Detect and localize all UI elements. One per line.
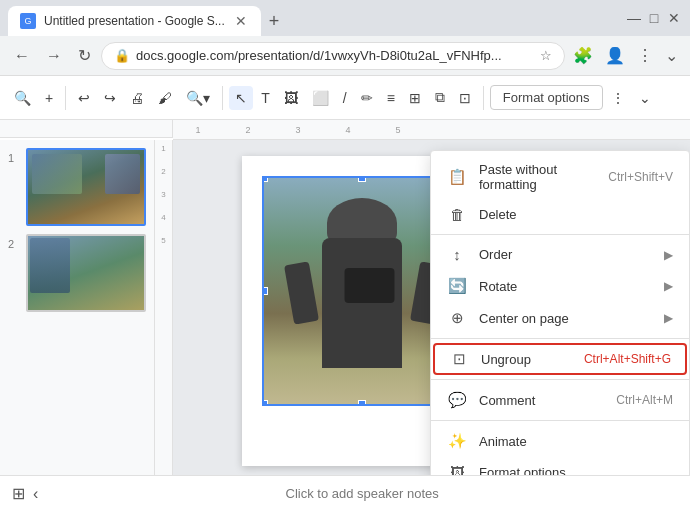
center-label: Center on page (479, 311, 652, 326)
shape-btn[interactable]: ⬜ (306, 86, 335, 110)
paste-label: Paste without formatting (479, 162, 596, 192)
camera (344, 268, 394, 303)
undo-btn[interactable]: ↩ (72, 86, 96, 110)
slide-thumb-1[interactable] (26, 148, 146, 226)
comment-label: Comment (479, 393, 604, 408)
paint-format-btn[interactable]: 🖌 (152, 86, 178, 110)
divider-1 (431, 234, 689, 235)
handle-bottom-left[interactable] (262, 400, 268, 406)
text-btn[interactable]: T (255, 86, 276, 110)
speaker-notes[interactable]: Click to add speaker notes (46, 486, 678, 501)
menu-item-format-options[interactable]: 🖼 Format options (431, 457, 689, 475)
rotate-label: Rotate (479, 279, 652, 294)
replace-btn[interactable]: ⊡ (453, 86, 477, 110)
center-arrow: ▶ (664, 311, 673, 325)
top-ruler: 1 2 3 4 5 (173, 120, 690, 140)
menu-item-paste[interactable]: 📋 Paste without formatting Ctrl+Shift+V (431, 155, 689, 199)
menu-item-comment[interactable]: 💬 Comment Ctrl+Alt+M (431, 384, 689, 416)
crop-btn[interactable]: ⧉ (429, 85, 451, 110)
separator-1 (65, 86, 66, 110)
collapse-btn[interactable]: ⌄ (633, 86, 657, 110)
new-tab-button[interactable]: + (261, 7, 288, 36)
ungroup-icon: ⊡ (449, 350, 469, 368)
bottom-bar: ⊞ ‹ Click to add speaker notes (0, 475, 690, 511)
comment-icon: 💬 (447, 391, 467, 409)
browser-frame: G Untitled presentation - Google S... ✕ … (0, 0, 690, 511)
comment-btn[interactable]: ✏ (355, 86, 379, 110)
menu-item-rotate[interactable]: 🔄 Rotate ▶ (431, 270, 689, 302)
close-button[interactable]: ✕ (666, 10, 682, 26)
active-tab[interactable]: G Untitled presentation - Google S... ✕ (8, 6, 261, 36)
profile-button[interactable]: 👤 (601, 42, 629, 69)
minimize-button[interactable]: — (626, 10, 642, 26)
slide-thumb-2[interactable] (26, 234, 146, 312)
comment-shortcut: Ctrl+Alt+M (616, 393, 673, 407)
handle-left-center[interactable] (262, 287, 268, 295)
slide-item-1[interactable]: 1 (8, 148, 146, 226)
zoom-level-btn[interactable]: 🔍▾ (180, 86, 216, 110)
rotate-icon: 🔄 (447, 277, 467, 295)
slides-toolbar: 🔍 + ↩ ↪ 🖨 🖌 🔍▾ ↖ T 🖼 ⬜ / ✏ ≡ ⊞ ⧉ ⊡ Forma… (0, 76, 690, 120)
ungroup-shortcut: Ctrl+Alt+Shift+G (584, 352, 671, 366)
image-btn[interactable]: 🖼 (278, 86, 304, 110)
align-btn[interactable]: ≡ (381, 86, 401, 110)
expand-button[interactable]: ⌄ (661, 42, 682, 69)
left-ruler: 1 2 3 4 5 (155, 140, 173, 475)
line-btn[interactable]: / (337, 86, 353, 110)
center-icon: ⊕ (447, 309, 467, 327)
add-btn[interactable]: + (39, 86, 59, 110)
order-label: Order (479, 247, 652, 262)
format-options-button[interactable]: Format options (490, 85, 603, 110)
divider-3 (431, 379, 689, 380)
tab-favicon: G (20, 13, 36, 29)
slide-item-2[interactable]: 2 (8, 234, 146, 312)
canvas-section: 1 2 1 2 (0, 140, 690, 475)
cursor-btn[interactable]: ↖ (229, 86, 253, 110)
menu-item-ungroup[interactable]: ⊡ Ungroup Ctrl+Alt+Shift+G (433, 343, 687, 375)
separator-3 (483, 86, 484, 110)
lock-icon: 🔒 (114, 48, 130, 63)
body (322, 238, 402, 368)
extensions-button[interactable]: 🧩 (569, 42, 597, 69)
more-btn[interactable]: ⋮ (605, 86, 631, 110)
thumb-photo-3 (30, 238, 70, 293)
context-menu: 📋 Paste without formatting Ctrl+Shift+V … (430, 150, 690, 475)
slides-panel: 1 2 (0, 140, 155, 475)
slide-number-1: 1 (8, 152, 20, 164)
refresh-button[interactable]: ↻ (72, 42, 97, 69)
address-text: docs.google.com/presentation/d/1vwxyVh-D… (136, 48, 534, 63)
ruler-marks: 1 2 3 4 5 (173, 125, 423, 135)
menu-item-order[interactable]: ↕ Order ▶ (431, 239, 689, 270)
print-btn[interactable]: 🖨 (124, 86, 150, 110)
main-area: 1 2 3 4 5 1 (0, 120, 690, 511)
thumb-photo-2 (105, 154, 140, 194)
format-icon: 🖼 (447, 464, 467, 475)
animate-label: Animate (479, 434, 673, 449)
forward-button[interactable]: → (40, 43, 68, 69)
collapse-panel-btn[interactable]: ‹ (33, 485, 38, 503)
address-bar: ← → ↻ 🔒 docs.google.com/presentation/d/1… (0, 36, 690, 76)
menu-item-center[interactable]: ⊕ Center on page ▶ (431, 302, 689, 334)
handle-top-left[interactable] (262, 176, 268, 182)
menu-item-animate[interactable]: ✨ Animate (431, 425, 689, 457)
canvas-area[interactable]: 📋 Paste without formatting Ctrl+Shift+V … (173, 140, 690, 475)
window-controls: — □ ✕ (626, 10, 682, 26)
maximize-button[interactable]: □ (646, 10, 662, 26)
menu-button[interactable]: ⋮ (633, 42, 657, 69)
tab-close-button[interactable]: ✕ (233, 11, 249, 31)
divider-2 (431, 338, 689, 339)
handle-bottom-center[interactable] (358, 400, 366, 406)
paste-icon: 📋 (447, 168, 467, 186)
redo-btn[interactable]: ↪ (98, 86, 122, 110)
slides-panel-toggle[interactable]: ⊞ (12, 484, 25, 503)
slide-number-2: 2 (8, 238, 20, 250)
table-btn[interactable]: ⊞ (403, 86, 427, 110)
title-bar: G Untitled presentation - Google S... ✕ … (0, 0, 690, 36)
tab-area: G Untitled presentation - Google S... ✕ … (8, 0, 618, 36)
zoom-btn[interactable]: 🔍 (8, 86, 37, 110)
address-bar-input[interactable]: 🔒 docs.google.com/presentation/d/1vwxyVh… (101, 42, 565, 70)
handle-top-center[interactable] (358, 176, 366, 182)
menu-item-delete[interactable]: 🗑 Delete (431, 199, 689, 230)
back-button[interactable]: ← (8, 43, 36, 69)
top-ruler-row: 1 2 3 4 5 (0, 120, 690, 140)
